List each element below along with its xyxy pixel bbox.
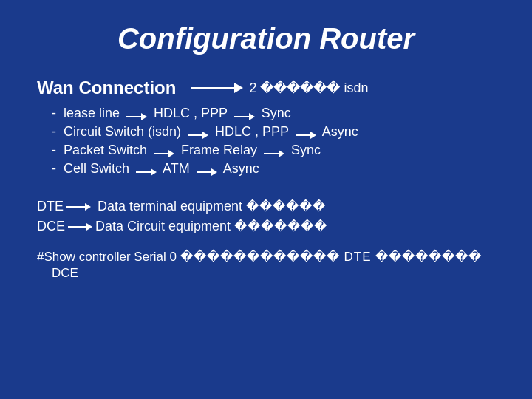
list-item: - Circuit Switch (isdn) HDLC , PPP Async: [52, 124, 495, 140]
dce-label: DCE: [37, 219, 65, 234]
list-item: - lease line HDLC , PPP Sync: [52, 106, 495, 121]
inline-arrow-2: [234, 113, 255, 120]
wan-header: Wan Connection 2 ������ isdn: [37, 78, 495, 98]
item-text: Cell Switch ATM Async: [64, 161, 259, 177]
page-title: Configuration Router: [37, 22, 495, 55]
inline-arrow-8: [197, 168, 217, 176]
arrow-line: [191, 87, 235, 89]
dce-line: DCE Data Circuit equipment �������: [37, 219, 495, 234]
show-description: ������������ DTE ��������: [180, 249, 482, 265]
page-container: Configuration Router Wan Connection 2 ��…: [0, 0, 532, 399]
dte-dce-section: DTE Data terminal equipment ������ DCE D…: [37, 199, 495, 234]
dce-description-text: Data Circuit equipment: [95, 219, 231, 234]
show-command: #Show controller Serial: [37, 250, 166, 265]
dte-line: DTE Data terminal equipment ������: [37, 199, 495, 214]
wan-title: Wan Connection: [37, 78, 176, 98]
dte-boxes: ������: [246, 199, 326, 214]
wan-bullet-list: - lease line HDLC , PPP Sync - Circuit S…: [37, 106, 495, 177]
item-text: lease line HDLC , PPP Sync: [64, 106, 291, 121]
bullet-dash: -: [52, 161, 56, 177]
inline-arrow-5: [154, 150, 174, 157]
inline-arrow-6: [264, 150, 284, 157]
show-dce: DCE: [37, 266, 495, 281]
wan-subtitle: 2 ������ isdn: [249, 80, 368, 96]
arrow-head: [234, 83, 243, 93]
show-section: #Show controller Serial 0 ������������ D…: [37, 249, 495, 281]
item-text: Packet Switch Frame Relay Sync: [64, 143, 321, 158]
item-text: Circuit Switch (isdn) HDLC , PPP Async: [64, 124, 358, 140]
show-number: 0: [170, 250, 177, 265]
dte-arrow: [66, 203, 91, 211]
dte-description-text: Data terminal equipment: [98, 199, 242, 214]
wan-section: Wan Connection 2 ������ isdn - lease lin…: [37, 78, 495, 177]
list-item: - Cell Switch ATM Async: [52, 161, 495, 177]
inline-arrow-1: [126, 113, 147, 120]
list-item: - Packet Switch Frame Relay Sync: [52, 143, 495, 158]
dce-boxes: �������: [234, 219, 327, 234]
bullet-dash: -: [52, 106, 56, 121]
inline-arrow-4: [296, 132, 316, 139]
dce-arrow: [68, 223, 92, 231]
show-line: #Show controller Serial 0 ������������ D…: [37, 249, 495, 265]
inline-arrow-3: [188, 132, 208, 139]
inline-arrow-7: [136, 168, 157, 176]
bullet-dash: -: [52, 143, 56, 158]
wan-arrow: [191, 83, 243, 93]
dte-label: DTE: [37, 199, 64, 214]
bullet-dash: -: [52, 124, 56, 140]
